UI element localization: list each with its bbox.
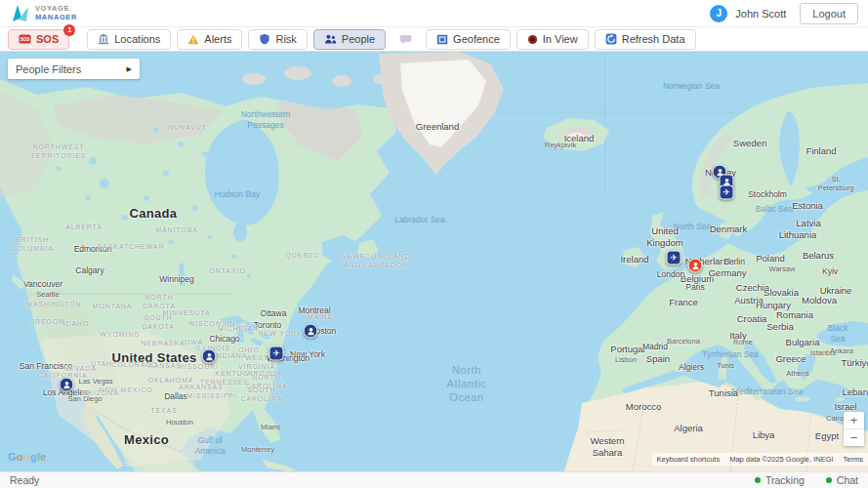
plane-icon: ✈ (723, 188, 730, 197)
voyage-manager-logo-icon (10, 3, 31, 24)
geofence-label: Geofence (453, 33, 500, 45)
person-icon (690, 261, 700, 270)
people-filters-panel[interactable]: People Filters ▶ (8, 59, 140, 79)
toolbar: SOS SOS 1 Locations Alerts (0, 27, 868, 52)
tracking-indicator: Tracking (755, 474, 805, 486)
inview-button[interactable]: In View (517, 29, 589, 50)
risk-label: Risk (275, 33, 296, 45)
chat-bubble-button[interactable] (392, 29, 420, 50)
status-ready: Ready (10, 474, 39, 486)
building-icon (98, 33, 109, 45)
avatar[interactable]: J (710, 5, 727, 22)
zoom-out-button[interactable]: − (844, 429, 864, 446)
sos-icon: SOS (19, 34, 31, 44)
people-icon (324, 33, 337, 45)
chat-bubble-icon (399, 34, 412, 45)
terms-link[interactable]: Terms (844, 455, 863, 464)
chat-status-dot (826, 477, 832, 483)
brand-line2: MANAGER (35, 14, 77, 22)
geofence-icon (436, 34, 448, 45)
risk-button[interactable]: Risk (248, 29, 307, 50)
geofence-button[interactable]: Geofence (426, 29, 511, 50)
sos-label: SOS (36, 33, 59, 45)
brand: VOYAGE MANAGER (10, 3, 77, 24)
shield-icon (259, 33, 270, 45)
person-icon (204, 351, 214, 361)
refresh-data-button[interactable]: Refresh Data (595, 29, 696, 50)
people-filters-label: People Filters (16, 63, 81, 75)
map-canvas[interactable]: Norwegian SeaNorthwestern PassagesHudson… (0, 52, 868, 471)
svg-text:SOS: SOS (21, 37, 30, 42)
user-name: John Scott (735, 8, 786, 20)
map-data-text: Map data ©2025 Google, INEGI (729, 455, 833, 464)
eye-icon (527, 34, 538, 45)
keyboard-shortcuts-link[interactable]: Keyboard shortcuts (657, 455, 721, 464)
refresh-icon (605, 33, 617, 45)
expand-arrow-icon: ▶ (127, 65, 132, 73)
logout-button[interactable]: Logout (800, 3, 858, 24)
zoom-in-button[interactable]: + (844, 412, 864, 428)
map-markers-layer: ✈✈✈ (0, 52, 868, 471)
app-window: VOYAGE MANAGER J John Scott Logout SOS S… (0, 0, 868, 488)
plane-icon: ✈ (272, 349, 280, 358)
plane-icon: ✈ (670, 254, 678, 263)
map-marker-plane[interactable]: ✈ (720, 185, 734, 200)
map-marker-plane[interactable]: ✈ (667, 251, 682, 265)
header: VOYAGE MANAGER J John Scott Logout (0, 0, 868, 27)
tracking-status-dot (755, 477, 761, 483)
warning-triangle-icon (187, 34, 199, 45)
people-label: People (342, 33, 375, 45)
map-marker-person[interactable] (304, 324, 318, 339)
map-marker-person[interactable] (688, 259, 703, 273)
map-attribution: Keyboard shortcuts Map data ©2025 Google… (652, 453, 868, 466)
sos-badge: 1 (63, 24, 75, 36)
person-icon (62, 380, 71, 389)
people-button[interactable]: People (313, 29, 386, 50)
map-marker-plane[interactable]: ✈ (269, 346, 284, 361)
sos-button[interactable]: SOS SOS 1 (8, 29, 69, 50)
chat-indicator: Chat (826, 474, 858, 486)
locations-label: Locations (114, 33, 160, 45)
alerts-label: Alerts (204, 33, 231, 45)
map-zoom-control: + − (844, 412, 864, 446)
person-icon (306, 326, 315, 336)
status-bar: Ready Tracking Chat (0, 471, 868, 488)
inview-label: In View (543, 33, 578, 45)
alerts-button[interactable]: Alerts (177, 29, 242, 50)
refresh-data-label: Refresh Data (622, 33, 685, 45)
locations-button[interactable]: Locations (87, 29, 171, 50)
map-marker-person[interactable] (202, 349, 217, 364)
map-marker-person[interactable] (60, 378, 74, 392)
